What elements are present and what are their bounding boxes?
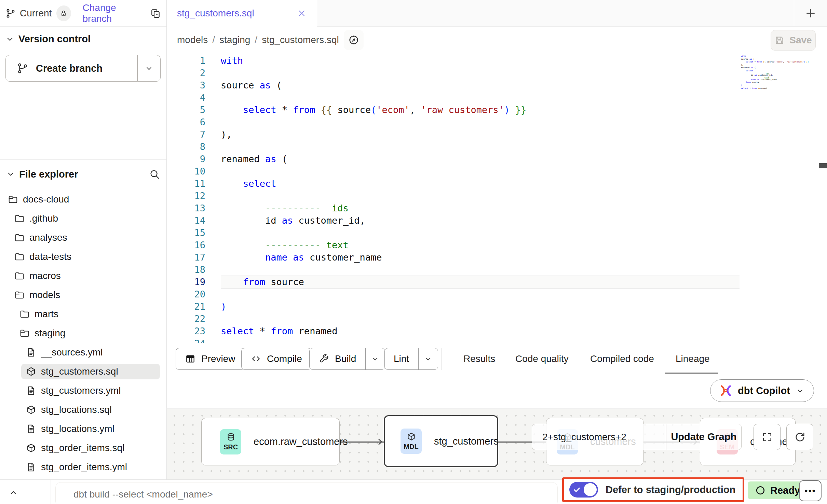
code-line-11[interactable]: 11 select <box>167 178 819 190</box>
preview-button[interactable]: Preview <box>176 348 245 370</box>
code-line-18[interactable]: 18 <box>167 264 819 276</box>
tab-stg-customers-sql[interactable]: stg_customers.sql <box>167 0 317 27</box>
create-branch-button[interactable]: Create branch <box>6 55 137 81</box>
new-tab-button[interactable] <box>794 0 827 26</box>
file-tree-item-data-tests[interactable]: data-tests <box>0 247 166 266</box>
lineage-node-ecom-raw-customers[interactable]: SRC ecom.raw_customers <box>201 418 340 465</box>
current-branch-label: Current <box>20 8 52 19</box>
minimap[interactable]: withsource as ( select * from {{ source(… <box>741 55 789 90</box>
chevron-down-icon[interactable] <box>5 35 14 44</box>
command-input[interactable] <box>56 489 557 500</box>
code-line-5[interactable]: 5 select * from {{ source('ecom', 'raw_c… <box>167 104 819 116</box>
copy-branch-icon[interactable] <box>150 8 161 19</box>
lineage-node-stg-customers[interactable]: MDL stg_customers <box>384 415 498 467</box>
lint-button[interactable]: Lint <box>385 348 418 369</box>
code-line-21[interactable]: 21) <box>167 300 819 313</box>
file-tree-item-stg-customers-yml[interactable]: stg_customers.yml <box>0 381 166 400</box>
indent-guide <box>243 190 243 202</box>
folder-icon <box>14 252 25 262</box>
change-branch-link[interactable]: Change branch <box>83 2 143 24</box>
code-line-3[interactable]: 3source as ( <box>167 79 819 92</box>
lineage-selector-input[interactable] <box>532 424 666 450</box>
line-number: 21 <box>167 300 221 313</box>
file-label: __sources.yml <box>41 347 103 358</box>
defer-toggle[interactable] <box>569 482 598 498</box>
file-tree: docs-cloud.githubanalysesdata-testsmacro… <box>0 190 166 477</box>
scrollbar-thumb[interactable] <box>819 163 827 168</box>
file-tree-item-staging[interactable]: staging <box>0 324 166 343</box>
code-line-19[interactable]: 19 from source <box>167 276 819 288</box>
compile-button[interactable]: Compile <box>241 348 311 370</box>
tab-code-quality[interactable]: Code quality <box>515 343 569 375</box>
more-options-button[interactable]: ••• <box>799 480 822 501</box>
tab-lineage[interactable]: Lineage <box>676 343 710 375</box>
code-line-16[interactable]: 16 ---------- text <box>167 239 819 251</box>
code-line-10[interactable]: 10 <box>167 165 819 178</box>
build-dropdown[interactable] <box>366 348 385 369</box>
editor-scrollbar[interactable] <box>819 53 827 343</box>
model-icon <box>26 366 36 377</box>
code-line-13[interactable]: 13 ---------- ids <box>167 202 819 214</box>
file-tree-item-docs-cloud[interactable]: docs-cloud <box>0 190 166 209</box>
save-button[interactable]: Save <box>771 30 816 51</box>
code-line-22[interactable]: 22 <box>167 313 819 325</box>
code-line-20[interactable]: 20 <box>167 288 819 300</box>
code-line-2[interactable]: 2 <box>167 67 819 79</box>
code-line-6[interactable]: 6 <box>167 116 819 128</box>
file-tree-item-stg-locations-yml[interactable]: stg_locations.yml <box>0 419 166 438</box>
update-graph-button[interactable]: Update Graph <box>666 424 741 450</box>
code-line-17[interactable]: 17 name as customer_name <box>167 251 819 264</box>
file-tree-item-marts[interactable]: marts <box>0 305 166 324</box>
copilot-compass-icon[interactable] <box>344 30 364 50</box>
chevron-down-icon[interactable] <box>6 170 15 179</box>
code-line-7[interactable]: 7), <box>167 128 819 141</box>
file-tree-item-stg-locations-sql[interactable]: stg_locations.sql <box>0 400 166 419</box>
build-button[interactable]: Build <box>310 348 365 369</box>
file-tree-item--sources-yml[interactable]: __sources.yml <box>0 343 166 362</box>
code-line-24[interactable]: 24 <box>167 337 819 343</box>
folder-icon <box>14 271 25 281</box>
tab-results[interactable]: Results <box>463 343 495 375</box>
indent-guide <box>221 202 221 214</box>
file-tree-item-models[interactable]: models <box>0 285 166 305</box>
code-line-1[interactable]: 1with <box>167 55 819 67</box>
breadcrumb-models[interactable]: models <box>177 34 208 45</box>
arrowhead-icon <box>376 438 384 446</box>
code-line-12[interactable]: 12 <box>167 190 819 202</box>
file-tree-item-stg-customers-sql[interactable]: stg_customers.sql <box>21 364 160 379</box>
search-icon[interactable] <box>149 168 160 180</box>
file-tree-item-stg-order-items-sql[interactable]: stg_order_items.sql <box>0 438 166 458</box>
lineage-canvas[interactable]: SRC ecom.raw_customers MDL stg_customers… <box>167 408 827 479</box>
file-tree-item--github[interactable]: .github <box>0 209 166 228</box>
fullscreen-button[interactable] <box>754 424 781 450</box>
line-number: 3 <box>167 79 221 92</box>
tab-compiled-code[interactable]: Compiled code <box>590 343 654 375</box>
line-number: 22 <box>167 313 221 325</box>
code-line-8[interactable]: 8 <box>167 141 819 153</box>
code-line-15[interactable]: 15 <box>167 227 819 239</box>
line-number: 18 <box>167 264 221 276</box>
lint-dropdown[interactable] <box>419 348 438 369</box>
create-branch-dropdown[interactable] <box>138 55 160 81</box>
code-line-9[interactable]: 9renamed as ( <box>167 153 819 165</box>
code-editor[interactable]: 1with23source as (45 select * from {{ so… <box>167 53 827 343</box>
copilot-label: dbt Copilot <box>738 385 790 396</box>
file-label: stg_locations.sql <box>41 404 112 415</box>
close-icon[interactable] <box>297 9 307 18</box>
code-line-4[interactable]: 4 <box>167 92 819 104</box>
file-tree-item-stg-order-items-yml[interactable]: stg_order_items.yml <box>0 458 166 477</box>
line-number: 13 <box>167 202 221 214</box>
collapse-panel-button[interactable] <box>8 487 18 498</box>
code-line-23[interactable]: 23select * from renamed <box>167 325 819 337</box>
status-badge-ready[interactable]: Ready <box>748 481 808 499</box>
code-line-14[interactable]: 14 id as customer_id, <box>167 214 819 227</box>
file-tree-item-macros[interactable]: macros <box>0 266 166 285</box>
file-tree-item-analyses[interactable]: analyses <box>0 228 166 247</box>
dbt-copilot-button[interactable]: dbt Copilot <box>710 379 814 402</box>
breadcrumb-staging[interactable]: staging <box>219 34 250 45</box>
command-input-box <box>55 482 558 504</box>
refresh-button[interactable] <box>786 424 813 450</box>
build-label: Build <box>335 353 356 364</box>
git-branch-icon <box>5 8 16 18</box>
create-branch-label: Create branch <box>36 63 103 74</box>
